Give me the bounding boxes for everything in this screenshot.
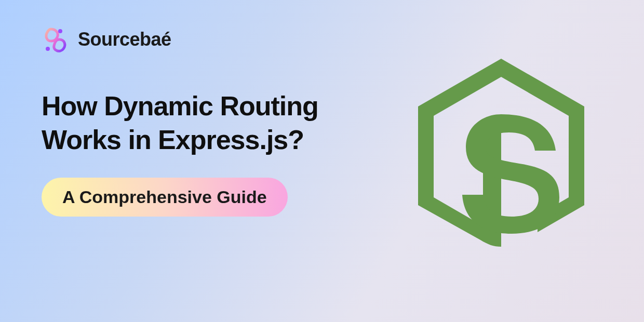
page-title: How Dynamic Routing Works in Express.js? — [42, 89, 318, 157]
svg-point-1 — [46, 47, 50, 51]
subtitle-pill: A Comprehensive Guide — [42, 178, 288, 217]
headline-line-1: How Dynamic Routing — [42, 91, 318, 121]
nodejs-logo-icon — [408, 55, 595, 267]
svg-point-0 — [58, 29, 62, 33]
subtitle-label: A Comprehensive Guide — [62, 187, 267, 207]
brand-name: Sourcebaé — [78, 29, 171, 50]
headline-line-2: Works in Express.js? — [42, 125, 304, 155]
main-content: Sourcebaé How Dynamic Routing Works in E… — [42, 26, 318, 217]
brand-logo: Sourcebaé — [42, 26, 318, 53]
sourcebae-logo-icon — [42, 26, 69, 53]
